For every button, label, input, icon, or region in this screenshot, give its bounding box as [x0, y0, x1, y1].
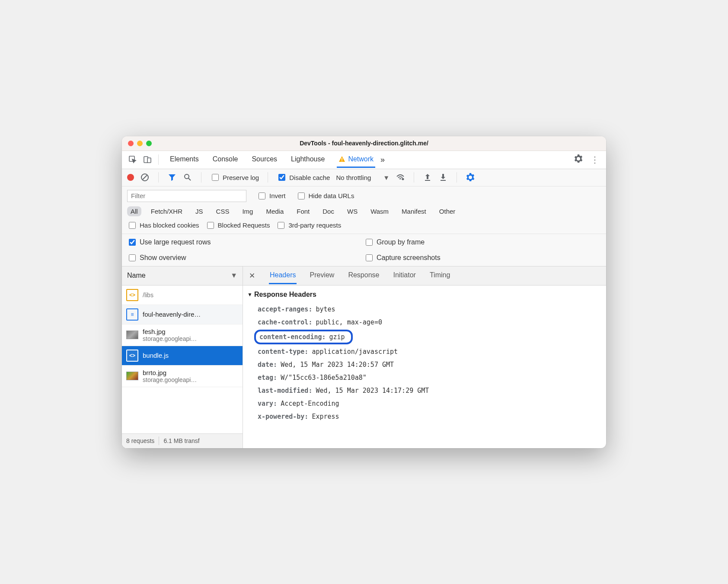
invert-label: Invert	[269, 192, 286, 199]
content-split: Name ▼ <> /libs ≡ foul-heavenly-dire… fe…	[122, 266, 606, 448]
request-sub: /libs	[143, 292, 153, 298]
filter-type-ws[interactable]: WS	[344, 206, 361, 216]
settings-icon[interactable]	[571, 153, 586, 167]
tab-elements[interactable]: Elements	[168, 152, 201, 168]
svg-rect-3	[342, 158, 343, 160]
filter-type-manifest[interactable]: Manifest	[398, 206, 430, 216]
request-row[interactable]: <> /libs	[122, 286, 243, 305]
devtools-window: DevTools - foul-heavenly-direction.glitc…	[122, 136, 606, 448]
download-har-icon[interactable]	[438, 173, 448, 182]
maximize-window[interactable]	[146, 141, 152, 146]
header-key: content-type:	[258, 348, 308, 356]
header-value: Express	[312, 413, 339, 420]
filter-type-font[interactable]: Font	[293, 206, 313, 216]
third-party-checkbox[interactable]: 3rd-party requests	[276, 221, 341, 230]
svg-rect-8	[425, 180, 430, 181]
has-blocked-cookies-checkbox[interactable]: Has blocked cookies	[127, 221, 199, 230]
more-tabs-icon[interactable]: »	[377, 154, 388, 166]
header-line: last-modified:Wed, 15 Mar 2023 14:17:29 …	[247, 384, 602, 397]
record-button[interactable]	[127, 174, 134, 181]
response-headers-section[interactable]: ▼ Response Headers	[247, 291, 602, 298]
header-value: application/javascript	[312, 348, 398, 356]
kebab-menu-icon[interactable]: ⋮	[588, 153, 602, 167]
header-key: content-encoding:	[259, 333, 326, 341]
header-line: vary:Accept-Encoding	[247, 397, 602, 410]
name-column-header[interactable]: Name ▼	[122, 266, 243, 286]
clear-icon[interactable]	[140, 173, 150, 182]
request-row[interactable]: fesh.jpgstorage.googleapi…	[122, 324, 243, 346]
header-key: date:	[258, 361, 277, 369]
filter-input[interactable]	[127, 190, 246, 202]
request-name: fesh.jpg	[143, 328, 197, 335]
device-toggle-icon[interactable]	[141, 153, 154, 166]
hide-data-urls-checkbox[interactable]: Hide data URLs	[296, 191, 354, 201]
tab-initiator[interactable]: Initiator	[392, 267, 416, 284]
invert-checkbox[interactable]: Invert	[257, 191, 286, 201]
inspect-icon[interactable]	[126, 153, 139, 166]
request-row[interactable]: brrto.jpgstorage.googleapi…	[122, 366, 243, 387]
window-controls	[128, 141, 152, 146]
network-conditions-icon[interactable]	[396, 173, 405, 182]
preserve-log-label: Preserve log	[223, 174, 259, 181]
network-settings-icon[interactable]	[466, 173, 475, 182]
header-value: public, max-age=0	[316, 318, 382, 326]
request-row-selected[interactable]: <> bundle.js	[122, 346, 243, 366]
filter-type-media[interactable]: Media	[262, 206, 287, 216]
request-name: bundle.js	[143, 352, 169, 359]
requests-count: 8 requests	[126, 437, 154, 444]
upload-har-icon[interactable]	[423, 173, 432, 182]
tab-lighthouse[interactable]: Lighthouse	[289, 152, 326, 168]
throttling-label: No throttling	[336, 174, 371, 181]
header-line: cache-control:public, max-age=0	[247, 316, 602, 329]
main-tabbar: Elements Console Sources Lighthouse Netw…	[122, 151, 606, 169]
filter-type-other[interactable]: Other	[436, 206, 459, 216]
filter-type-fetchxhr[interactable]: Fetch/XHR	[147, 206, 186, 216]
preserve-log-checkbox[interactable]: Preserve log	[210, 173, 259, 182]
tab-sources[interactable]: Sources	[250, 152, 279, 168]
tab-response[interactable]: Response	[347, 267, 380, 284]
request-row[interactable]: ≡ foul-heavenly-dire…	[122, 305, 243, 324]
filter-type-all[interactable]: All	[127, 206, 141, 216]
hide-data-urls-label: Hide data URLs	[309, 192, 354, 199]
triangle-down-icon: ▼	[247, 292, 252, 298]
request-name: foul-heavenly-dire…	[143, 311, 201, 318]
tab-network[interactable]: Network	[337, 152, 375, 168]
filter-type-doc[interactable]: Doc	[319, 206, 338, 216]
svg-rect-4	[342, 160, 343, 161]
filter-type-wasm[interactable]: Wasm	[367, 206, 392, 216]
large-rows-checkbox[interactable]: Use large request rows	[127, 237, 364, 247]
filter-toggle-icon[interactable]	[167, 173, 177, 182]
minimize-window[interactable]	[137, 141, 143, 146]
filter-type-img[interactable]: Img	[239, 206, 256, 216]
type-filters: All Fetch/XHR JS CSS Img Media Font Doc …	[127, 206, 601, 216]
separator	[159, 436, 159, 445]
tab-console[interactable]: Console	[211, 152, 240, 168]
search-icon[interactable]	[183, 173, 192, 182]
filter-type-css[interactable]: CSS	[213, 206, 233, 216]
tab-headers[interactable]: Headers	[269, 267, 297, 284]
document-file-icon: ≡	[126, 308, 138, 321]
tab-preview[interactable]: Preview	[309, 267, 335, 284]
throttling-select[interactable]: No throttling ▼	[336, 174, 390, 181]
header-value: Accept-Encoding	[281, 400, 339, 408]
tab-timing[interactable]: Timing	[429, 267, 451, 284]
header-key: accept-ranges:	[258, 305, 312, 313]
window-title: DevTools - foul-heavenly-direction.glitc…	[122, 140, 606, 147]
disable-cache-checkbox[interactable]: Disable cache	[277, 173, 330, 182]
separator	[158, 172, 159, 183]
image-thumbnail-icon	[126, 331, 138, 339]
header-line: accept-ranges:bytes	[247, 303, 602, 316]
capture-screenshots-checkbox[interactable]: Capture screenshots	[364, 253, 601, 263]
group-frame-label: Group by frame	[377, 238, 425, 246]
header-key: etag:	[258, 374, 277, 382]
close-detail-icon[interactable]: ✕	[247, 271, 257, 280]
transfer-size: 6.1 MB transf	[163, 437, 199, 444]
network-toolbar: Preserve log Disable cache No throttling…	[122, 169, 606, 186]
show-overview-checkbox[interactable]: Show overview	[127, 253, 364, 263]
header-line: date:Wed, 15 Mar 2023 14:20:57 GMT	[247, 358, 602, 371]
close-window[interactable]	[128, 141, 134, 146]
blocked-requests-checkbox[interactable]: Blocked Requests	[205, 221, 270, 230]
group-frame-checkbox[interactable]: Group by frame	[364, 237, 601, 247]
header-key: last-modified:	[258, 387, 312, 395]
filter-type-js[interactable]: JS	[192, 206, 207, 216]
